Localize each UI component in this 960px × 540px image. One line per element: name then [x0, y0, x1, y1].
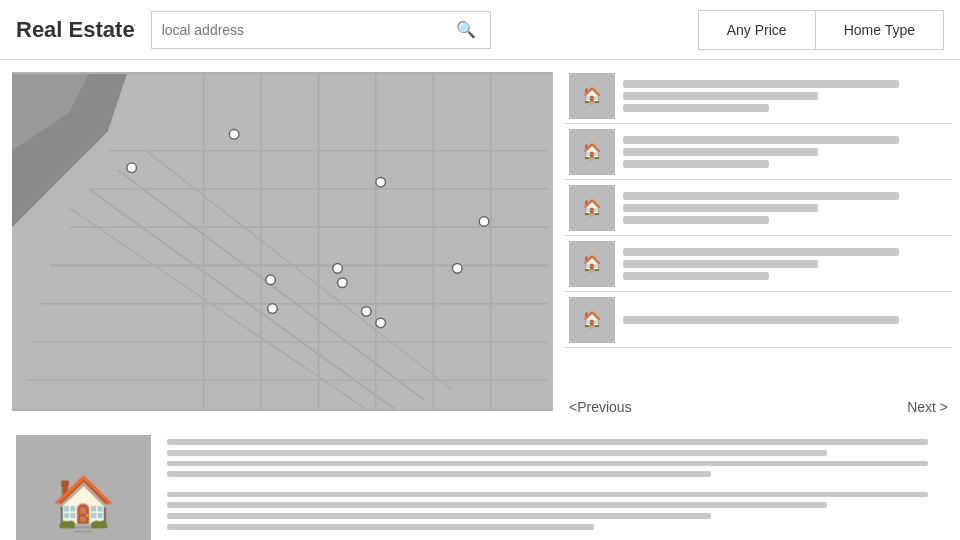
detail-house-icon: 🏠 [51, 473, 116, 534]
listing-thumbnail: 🏠 [569, 297, 615, 343]
detail-text-line [167, 450, 827, 456]
detail-line-1 [623, 80, 899, 88]
house-icon: 🏠 [582, 142, 602, 161]
svg-point-24 [333, 264, 343, 274]
price-filter-button[interactable]: Any Price [699, 11, 816, 49]
app-title: Real Estate [16, 17, 135, 43]
svg-point-21 [127, 163, 137, 173]
svg-point-23 [479, 217, 489, 227]
svg-point-28 [361, 307, 371, 317]
home-type-filter-button[interactable]: Home Type [816, 11, 943, 49]
listing-thumbnail: 🏠 [569, 241, 615, 287]
map-svg [12, 72, 553, 411]
house-icon: 🏠 [582, 198, 602, 217]
detail-line-3 [623, 160, 769, 168]
listing-details [623, 316, 948, 324]
detail-text-line [167, 471, 711, 477]
svg-point-25 [452, 264, 462, 274]
detail-text-line [167, 492, 928, 498]
detail-line-1 [623, 192, 899, 200]
listing-details [623, 248, 948, 280]
listing-item[interactable]: 🏠 [565, 292, 952, 348]
detail-line-3 [623, 104, 769, 112]
detail-text-line [167, 502, 827, 508]
svg-point-26 [266, 275, 276, 285]
detail-text-line [167, 461, 928, 467]
pagination: <Previous Next > [565, 391, 952, 423]
listing-thumbnail: 🏠 [569, 185, 615, 231]
svg-point-27 [338, 278, 348, 288]
detail-line-3 [623, 216, 769, 224]
previous-page-button[interactable]: <Previous [569, 399, 632, 415]
listing-item[interactable]: 🏠 [565, 180, 952, 236]
svg-point-20 [229, 130, 239, 140]
listing-details [623, 192, 948, 224]
detail-text-area [167, 435, 944, 540]
detail-line-3 [623, 272, 769, 280]
listing-details [623, 136, 948, 168]
listing-item[interactable]: 🏠 [565, 124, 952, 180]
content-area: 🏠 🏠 [0, 60, 960, 423]
svg-point-30 [268, 304, 278, 314]
detail-property-image: 🏠 [16, 435, 151, 540]
listing-details [623, 80, 948, 112]
page-wrapper: Real Estate 🔍 Any Price Home Type [0, 0, 960, 540]
house-icon: 🏠 [582, 310, 602, 329]
listing-item[interactable]: 🏠 [565, 236, 952, 292]
detail-panel: 🏠 [0, 423, 960, 540]
filter-buttons: Any Price Home Type [698, 10, 944, 50]
house-icon: 🏠 [582, 86, 602, 105]
header: Real Estate 🔍 Any Price Home Type [0, 0, 960, 60]
listings-list: 🏠 🏠 [565, 68, 952, 391]
svg-point-29 [376, 318, 386, 328]
detail-line-2 [623, 260, 818, 268]
search-button[interactable]: 🔍 [452, 20, 480, 39]
detail-line-1 [623, 316, 899, 324]
svg-point-22 [376, 177, 386, 187]
detail-text-line [167, 513, 711, 519]
next-page-button[interactable]: Next > [907, 399, 948, 415]
detail-line-1 [623, 248, 899, 256]
listing-thumbnail: 🏠 [569, 129, 615, 175]
map-section [0, 60, 565, 423]
detail-text-line [167, 439, 928, 445]
search-input[interactable] [162, 22, 452, 38]
house-icon: 🏠 [582, 254, 602, 273]
map-container[interactable] [12, 72, 553, 411]
listing-item[interactable]: 🏠 [565, 68, 952, 124]
detail-line-2 [623, 92, 818, 100]
detail-line-2 [623, 148, 818, 156]
listing-thumbnail: 🏠 [569, 73, 615, 119]
search-bar: 🔍 [151, 11, 491, 49]
listings-section: 🏠 🏠 [565, 60, 960, 423]
detail-text-line [167, 524, 594, 530]
detail-line-1 [623, 136, 899, 144]
detail-line-2 [623, 204, 818, 212]
